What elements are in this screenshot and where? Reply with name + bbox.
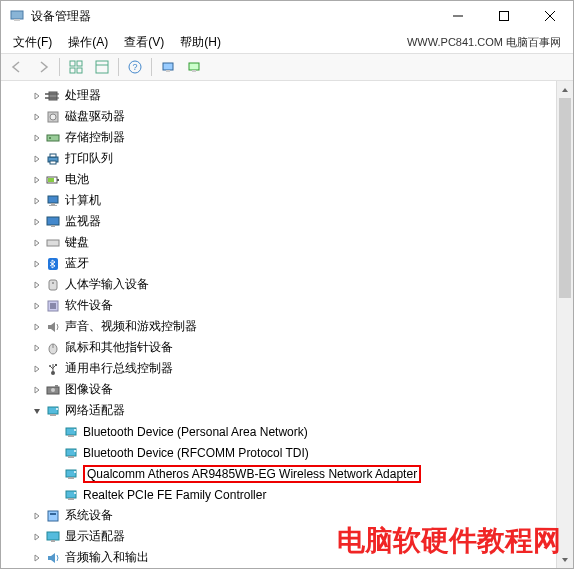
scroll-up-button[interactable]	[557, 81, 573, 98]
expand-icon[interactable]	[31, 510, 43, 522]
tree-node[interactable]: 处理器	[3, 85, 556, 106]
sound-icon	[45, 319, 61, 335]
tree-node[interactable]: 图像设备	[3, 379, 556, 400]
tree-node[interactable]: 系统设备	[3, 505, 556, 526]
tree-node[interactable]: Qualcomm Atheros AR9485WB-EG Wireless Ne…	[3, 463, 556, 484]
expand-icon[interactable]	[31, 300, 43, 312]
node-label: 声音、视频和游戏控制器	[65, 318, 197, 335]
expand-icon[interactable]	[31, 531, 43, 543]
svg-point-26	[49, 137, 51, 139]
display-icon	[45, 529, 61, 545]
tool-help-button[interactable]: ?	[123, 55, 147, 79]
expand-icon[interactable]	[31, 216, 43, 228]
vertical-scrollbar[interactable]	[556, 81, 573, 568]
usb-icon	[45, 361, 61, 377]
expand-icon[interactable]	[31, 258, 43, 270]
audio-icon	[45, 550, 61, 566]
svg-rect-69	[66, 491, 76, 498]
tree-node[interactable]: 磁盘驱动器	[3, 106, 556, 127]
watermark-text: WWW.PC841.COM 电脑百事网	[407, 35, 569, 50]
menu-action[interactable]: 操作(A)	[60, 32, 116, 53]
svg-point-71	[74, 492, 76, 494]
expand-icon[interactable]	[31, 195, 43, 207]
maximize-button[interactable]	[481, 1, 527, 31]
expand-icon[interactable]	[31, 321, 43, 333]
tree-node[interactable]: 鼠标和其他指针设备	[3, 337, 556, 358]
svg-rect-3	[500, 12, 509, 21]
tree-node[interactable]: 存储控制器	[3, 127, 556, 148]
tree-node[interactable]: 键盘	[3, 232, 556, 253]
toolbar-separator	[118, 58, 119, 76]
tree-node[interactable]: 通用串行总线控制器	[3, 358, 556, 379]
svg-rect-10	[96, 61, 108, 73]
tree-node[interactable]: 蓝牙	[3, 253, 556, 274]
menu-help[interactable]: 帮助(H)	[172, 32, 229, 53]
tool-detail-button[interactable]	[64, 55, 88, 79]
content-area: 处理器磁盘驱动器存储控制器打印队列电池计算机监视器键盘蓝牙人体学输入设备软件设备…	[1, 81, 573, 568]
expand-icon[interactable]	[31, 237, 43, 249]
tool-scan-button[interactable]	[156, 55, 180, 79]
close-button[interactable]	[527, 1, 573, 31]
no-expander	[49, 426, 61, 438]
tree-node[interactable]: 网络适配器	[3, 400, 556, 421]
tree-node[interactable]: 显示适配器	[3, 526, 556, 547]
expand-icon[interactable]	[31, 342, 43, 354]
expand-icon[interactable]	[31, 363, 43, 375]
svg-rect-73	[50, 513, 56, 515]
tree-node[interactable]: 监视器	[3, 211, 556, 232]
toolbar-separator	[151, 58, 152, 76]
tree-node[interactable]: 计算机	[3, 190, 556, 211]
device-tree[interactable]: 处理器磁盘驱动器存储控制器打印队列电池计算机监视器键盘蓝牙人体学输入设备软件设备…	[1, 81, 556, 568]
svg-rect-33	[48, 196, 58, 203]
tree-node[interactable]: Bluetooth Device (RFCOMM Protocol TDI)	[3, 442, 556, 463]
tree-node[interactable]: 打印队列	[3, 148, 556, 169]
minimize-button[interactable]	[435, 1, 481, 31]
tree-node[interactable]: 声音、视频和游戏控制器	[3, 316, 556, 337]
scroll-down-button[interactable]	[557, 551, 573, 568]
node-label: Realtek PCIe FE Family Controller	[83, 488, 266, 502]
tree-node[interactable]: 音频输入和输出	[3, 547, 556, 568]
tree-node[interactable]: Bluetooth Device (Personal Area Network)	[3, 421, 556, 442]
svg-rect-67	[68, 477, 74, 479]
svg-rect-38	[47, 240, 59, 246]
expand-icon[interactable]	[31, 132, 43, 144]
menu-view[interactable]: 查看(V)	[116, 32, 172, 53]
expand-icon[interactable]	[31, 279, 43, 291]
expand-icon[interactable]	[31, 111, 43, 123]
battery-icon	[45, 172, 61, 188]
scroll-thumb[interactable]	[559, 98, 571, 298]
tree-node[interactable]: 电池	[3, 169, 556, 190]
svg-rect-60	[66, 428, 76, 435]
svg-point-65	[74, 450, 76, 452]
toolbar-separator	[59, 58, 60, 76]
menu-file[interactable]: 文件(F)	[5, 32, 60, 53]
back-button[interactable]	[5, 55, 29, 79]
node-label: 电池	[65, 171, 89, 188]
tree-node[interactable]: 软件设备	[3, 295, 556, 316]
svg-rect-16	[189, 63, 199, 70]
expand-icon[interactable]	[31, 384, 43, 396]
storage-icon	[45, 130, 61, 146]
svg-rect-70	[68, 498, 74, 500]
tree-node[interactable]: Realtek PCIe FE Family Controller	[3, 484, 556, 505]
expand-icon[interactable]	[31, 174, 43, 186]
tool-properties-button[interactable]	[90, 55, 114, 79]
svg-rect-18	[49, 92, 57, 100]
forward-button[interactable]	[31, 55, 55, 79]
tool-update-button[interactable]	[182, 55, 206, 79]
svg-rect-34	[51, 203, 55, 205]
node-label: 图像设备	[65, 381, 113, 398]
node-label: Qualcomm Atheros AR9485WB-EG Wireless Ne…	[83, 465, 421, 483]
node-label: 处理器	[65, 87, 101, 104]
expand-icon[interactable]	[31, 90, 43, 102]
node-label: 音频输入和输出	[65, 549, 149, 566]
svg-rect-7	[77, 61, 82, 66]
tree-node[interactable]: 人体学输入设备	[3, 274, 556, 295]
camera-icon	[45, 382, 61, 398]
svg-point-43	[52, 282, 54, 284]
collapse-icon[interactable]	[31, 405, 43, 417]
svg-rect-31	[57, 179, 59, 181]
expand-icon[interactable]	[31, 153, 43, 165]
node-label: 蓝牙	[65, 255, 89, 272]
expand-icon[interactable]	[31, 552, 43, 564]
